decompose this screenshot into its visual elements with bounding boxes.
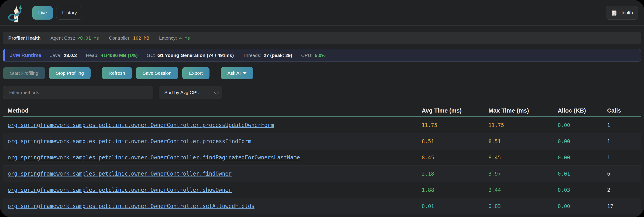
refresh-button[interactable]: Refresh	[102, 67, 132, 79]
method-link[interactable]: org.springframework.samples.petclinic.ow…	[8, 171, 422, 177]
tab-live[interactable]: Live	[32, 6, 53, 20]
max-time-cell: 2.44	[488, 187, 558, 193]
column-header-calls: Calls	[607, 107, 638, 114]
methods-table: Method Avg Time (ms) Max Time (ms) Alloc…	[3, 105, 641, 214]
cpu-metric: CPU: 5.0%	[301, 53, 326, 58]
alloc-cell: 0.00	[558, 155, 607, 160]
table-row: org.springframework.samples.petclinic.ow…	[3, 182, 641, 198]
calls-cell: 2	[607, 187, 638, 193]
table-row: org.springframework.samples.petclinic.ow…	[3, 133, 641, 149]
table-row: org.springframework.samples.petclinic.ow…	[3, 166, 641, 182]
calls-cell: 6	[607, 171, 638, 177]
profiler-app-window: Live History Health Profiler Health Agen…	[0, 0, 644, 217]
chevron-down-icon	[214, 89, 219, 95]
column-header-max-time: Max Time (ms)	[488, 107, 558, 114]
toolbar-divider	[215, 68, 215, 79]
stop-profiling-button[interactable]: Stop Profiling	[49, 67, 90, 79]
calls-cell: 1	[607, 122, 638, 128]
max-time-cell: 11.75	[488, 122, 558, 128]
profiler-health-bar: Profiler Health Agent Cost: <0.01 ms Con…	[3, 32, 641, 44]
table-row: org.springframework.samples.petclinic.ow…	[3, 117, 641, 133]
alloc-cell: 0.00	[558, 138, 607, 144]
method-link[interactable]: org.springframework.samples.petclinic.ow…	[8, 203, 422, 209]
alloc-cell: 0.03	[558, 187, 607, 193]
threads-metric: Threads: 27 (peak: 29)	[243, 53, 292, 58]
avg-time-cell: 11.75	[422, 122, 488, 128]
max-time-cell: 0.03	[488, 203, 558, 209]
max-time-cell: 8.45	[488, 155, 558, 160]
table-header-row: Method Avg Time (ms) Max Time (ms) Alloc…	[3, 105, 641, 117]
save-session-button[interactable]: Save Session	[136, 67, 178, 79]
latency-metric: Latency: 4 ms	[159, 35, 190, 41]
filter-bar: Sort by Avg CPU	[3, 86, 641, 99]
alloc-cell: 0.01	[558, 171, 607, 177]
ask-ai-label: Ask AI	[228, 71, 241, 76]
heap-metric: Heap: 41/4096 MB (1%)	[86, 53, 138, 58]
table-body: org.springframework.samples.petclinic.ow…	[3, 117, 641, 214]
calls-cell: 17	[607, 203, 638, 209]
avg-time-cell: 2.18	[422, 171, 488, 177]
top-navigation-bar: Live History Health	[0, 0, 644, 26]
galata-tower-logo-icon	[6, 3, 26, 23]
max-time-cell: 8.51	[488, 138, 558, 144]
column-header-alloc: Alloc (KB)	[558, 107, 607, 114]
profiler-health-title: Profiler Health	[8, 35, 41, 41]
java-version-metric: Java: 23.0.2	[50, 53, 77, 58]
avg-time-cell: 8.45	[422, 155, 488, 160]
table-row: org.springframework.samples.petclinic.ow…	[3, 198, 641, 214]
jvm-runtime-title: JVM Runtime	[10, 53, 41, 58]
filter-methods-input[interactable]	[3, 86, 153, 99]
avg-time-cell: 0.01	[422, 203, 488, 209]
avg-time-cell: 1.88	[422, 187, 488, 193]
hospital-icon	[611, 10, 617, 16]
agent-cost-metric: Agent Cost: <0.01 ms	[50, 35, 99, 41]
calls-cell: 1	[607, 155, 638, 160]
method-link[interactable]: org.springframework.samples.petclinic.ow…	[8, 187, 422, 193]
export-button[interactable]: Export	[182, 67, 210, 79]
column-header-avg-time: Avg Time (ms)	[422, 107, 488, 114]
caret-down-icon	[243, 72, 246, 74]
ask-ai-button[interactable]: Ask AI	[221, 67, 254, 79]
column-header-method: Method	[8, 107, 422, 114]
sort-dropdown-value: Sort by Avg CPU	[164, 90, 200, 95]
toolbar-divider	[96, 68, 96, 79]
health-button-label: Health	[619, 10, 633, 16]
method-link[interactable]: org.springframework.samples.petclinic.ow…	[8, 122, 422, 128]
tab-history[interactable]: History	[56, 6, 83, 20]
method-link[interactable]: org.springframework.samples.petclinic.ow…	[8, 154, 422, 161]
calls-cell: 1	[607, 138, 638, 144]
sort-dropdown[interactable]: Sort by Avg CPU	[159, 86, 222, 99]
alloc-cell: 0.00	[558, 122, 607, 128]
gc-metric: GC: G1 Young Generation (74 / 491ms)	[147, 53, 234, 58]
jvm-runtime-bar: JVM Runtime Java: 23.0.2 Heap: 41/4096 M…	[3, 49, 641, 62]
avg-time-cell: 8.51	[422, 138, 488, 144]
start-profiling-button[interactable]: Start Profiling	[3, 67, 45, 79]
max-time-cell: 3.97	[488, 171, 558, 177]
table-row: org.springframework.samples.petclinic.ow…	[3, 149, 641, 166]
controller-memory-metric: Controller: 102 MB	[109, 35, 149, 41]
method-link[interactable]: org.springframework.samples.petclinic.ow…	[8, 138, 422, 144]
toolbar: Start Profiling Stop Profiling Refresh S…	[3, 67, 641, 79]
alloc-cell: 0.00	[558, 203, 607, 209]
health-button[interactable]: Health	[606, 6, 638, 20]
